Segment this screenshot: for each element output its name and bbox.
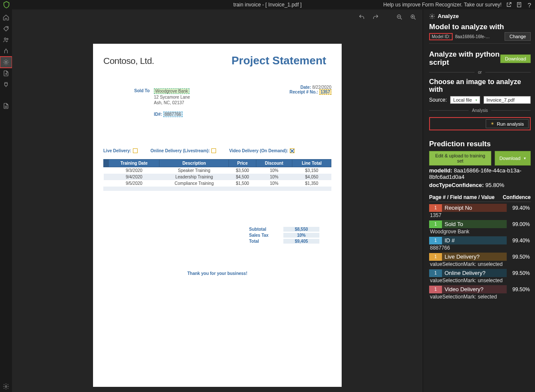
svg-point-5 — [5, 386, 7, 387]
nav-doc-out-icon[interactable] — [0, 68, 12, 79]
nav-plugin-icon[interactable] — [0, 79, 12, 90]
col-4: Discount — [256, 160, 292, 167]
source-select[interactable]: Local file ▾ — [450, 96, 480, 104]
doc-toolbar — [358, 14, 417, 21]
zoom-in-icon[interactable] — [410, 14, 417, 21]
help-icon[interactable]: ? — [526, 2, 532, 8]
cell-1-2: $4,500 — [229, 174, 256, 180]
model-id-label: Model ID: — [429, 33, 453, 40]
pred-field-0[interactable]: 1Receipt No99.40%1357 — [429, 204, 531, 218]
pred-field-5[interactable]: 1Video Delivery?99.50%valueSelectionMark… — [429, 285, 531, 300]
survey-link[interactable]: Help us improve Form Recognizer. Take ou… — [383, 2, 502, 8]
edit-upload-button[interactable]: Edit & upload to training set — [429, 151, 491, 166]
nav-group-icon[interactable] — [0, 34, 12, 45]
svg-point-2 — [4, 38, 6, 39]
cell-0-1: Speaker Training — [159, 167, 229, 174]
field-conf: 99.50% — [507, 270, 531, 276]
id-value: 8887766 — [163, 112, 183, 117]
run-analysis-button[interactable]: ✶ Run analysis — [486, 119, 529, 128]
chevron-down-icon: ▾ — [524, 156, 526, 160]
cell-1-1: Leadership Training — [159, 174, 229, 180]
cell-0-4: $3,150 — [292, 167, 331, 174]
live-label: Live Delivery: — [103, 148, 131, 153]
field-name: Receipt No — [442, 204, 507, 212]
page-badge: 1 — [429, 269, 442, 277]
topbar: train invoice - [ Invoice_1.pdf ] Help u… — [0, 0, 535, 9]
cell-0-3: 10% — [256, 167, 292, 174]
undo-icon[interactable] — [358, 14, 365, 21]
field-value: 8887766 — [429, 245, 531, 251]
redo-icon[interactable] — [372, 14, 379, 21]
share-icon[interactable] — [506, 2, 512, 8]
field-name: Video Delivery? — [442, 285, 507, 293]
field-value: 1357 — [429, 212, 531, 218]
live-checkbox — [133, 148, 138, 153]
field-value: valueSelectionMark: unselected — [429, 277, 531, 283]
cell-2-3: 10% — [256, 180, 292, 187]
field-name: ID # — [442, 236, 507, 244]
field-value: valueSelectionMark: selected — [429, 294, 531, 300]
nav-merge-icon[interactable] — [0, 45, 12, 57]
cell-0-0: 9/3/2020 — [109, 167, 159, 174]
chevron-down-icon: ▾ — [475, 98, 477, 102]
model-id-value: 8aa16866-16fe-44ca-b13a-8bfc6a... — [455, 34, 492, 39]
field-name: Online Delivery? — [442, 269, 507, 277]
zoom-out-icon[interactable] — [396, 14, 403, 21]
field-value: valueSelectionMark: unselected — [429, 261, 531, 267]
choose-image-title: Choose an image to analyze with — [429, 78, 531, 93]
modelid2-label: modelId: — [429, 167, 452, 174]
field-value: Woodgrove Bank — [429, 229, 531, 235]
nav-analyze-icon[interactable] — [0, 57, 12, 68]
col-3: Price — [229, 160, 256, 167]
nav-settings-icon[interactable] — [0, 381, 12, 392]
page-badge: 1 — [429, 237, 442, 244]
nav-doc-icon[interactable] — [0, 100, 12, 112]
totals-block: Subtotal$8,550 Sales Tax10% Total$9,405 — [249, 227, 331, 244]
cell-2-2: $1,500 — [229, 180, 256, 187]
page-badge: 1 — [429, 286, 442, 293]
svg-point-4 — [5, 61, 7, 63]
cell-2-4: $1,350 — [292, 180, 331, 187]
online-label: Online Delivery (Livestream): — [150, 148, 210, 153]
total-label: Total — [249, 239, 283, 244]
page-badge: 1 — [429, 204, 442, 212]
svg-point-1 — [7, 27, 8, 28]
field-conf: 99.00% — [507, 221, 531, 227]
pred-field-4[interactable]: 1Online Delivery?99.50%valueSelectionMar… — [429, 269, 531, 283]
cell-1-0: 9/4/2020 — [109, 174, 159, 180]
pred-field-1[interactable]: 1Sold To99.00%Woodgrove Bank — [429, 220, 531, 235]
docs-icon[interactable] — [516, 2, 522, 8]
change-model-button[interactable]: Change — [505, 32, 531, 41]
docconf-label: docTypeConfidence: — [429, 182, 484, 188]
run-analysis-wrap: ✶ Run analysis — [429, 117, 531, 130]
left-navbar — [0, 9, 12, 392]
app-logo-icon — [3, 1, 10, 9]
col-5: Line Total — [292, 160, 331, 167]
id-label: ID#: — [154, 112, 162, 117]
col-0 — [104, 160, 109, 167]
nav-home-icon[interactable] — [0, 12, 12, 23]
cell-1-3: 10% — [256, 174, 292, 180]
total-value: $9,405 — [283, 239, 319, 244]
reshdr-left: Page # / Field name / Value — [429, 194, 495, 200]
analysis-sep: Analysis — [469, 108, 491, 113]
delivery-options: Live Delivery: Online Delivery (Livestre… — [103, 148, 331, 154]
field-conf: 99.40% — [507, 205, 531, 211]
col-1: Training Date — [109, 160, 159, 167]
svg-point-3 — [7, 38, 8, 39]
field-conf: 99.50% — [507, 286, 531, 292]
online-checkbox — [211, 148, 216, 153]
or-sep: or — [475, 70, 485, 75]
download-script-button[interactable]: Download — [500, 54, 531, 63]
nav-tag-icon[interactable] — [0, 23, 12, 34]
field-name: Sold To — [442, 220, 507, 228]
spark-icon: ✶ — [490, 121, 494, 127]
reshdr-right: Confidence — [503, 194, 531, 200]
source-file-input[interactable] — [484, 96, 531, 104]
window-title: train invoice - [ Invoice_1.pdf ] — [233, 2, 301, 8]
download-results-button[interactable]: Download ▾ — [495, 151, 531, 166]
items-table: Training DateDescriptionPriceDiscountLin… — [103, 159, 331, 187]
analyze-hdr: Analyze — [429, 13, 531, 19]
pred-field-3[interactable]: 1Live Delivery?99.50%valueSelectionMark:… — [429, 253, 531, 267]
pred-field-2[interactable]: 1ID #99.40%8887766 — [429, 236, 531, 251]
